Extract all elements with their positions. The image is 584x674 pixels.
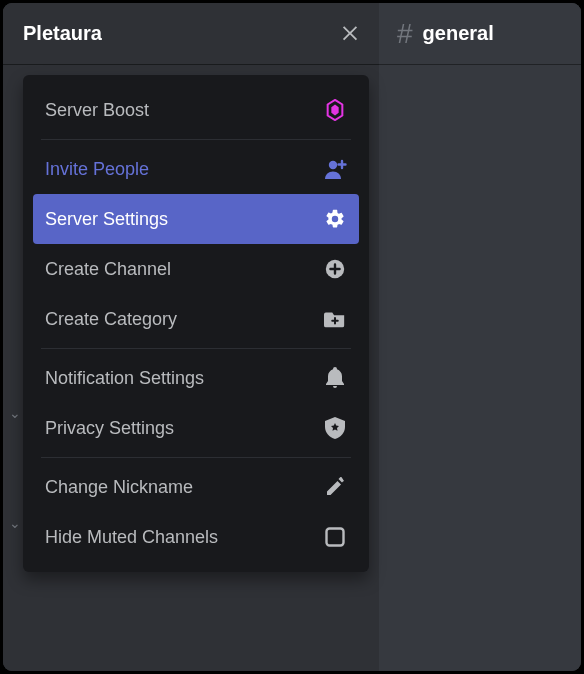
chevron-down-icon[interactable]: ⌄ xyxy=(9,405,21,421)
pencil-icon xyxy=(323,475,347,499)
menu-label: Invite People xyxy=(45,159,149,180)
chevron-down-icon[interactable]: ⌄ xyxy=(9,515,21,531)
menu-label: Change Nickname xyxy=(45,477,193,498)
hash-icon: # xyxy=(397,18,413,50)
boost-icon xyxy=(323,98,347,122)
body-area: ⌄ ⌄ Server Boost Invite People xyxy=(3,65,581,671)
channel-header: # general xyxy=(379,3,581,64)
menu-item-change-nickname[interactable]: Change Nickname xyxy=(33,462,359,512)
menu-item-create-channel[interactable]: Create Channel xyxy=(33,244,359,294)
gear-icon xyxy=(323,207,347,231)
channel-name: general xyxy=(423,22,494,45)
menu-label: Notification Settings xyxy=(45,368,204,389)
server-header[interactable]: Pletaura xyxy=(3,3,379,64)
menu-item-server-settings[interactable]: Server Settings xyxy=(33,194,359,244)
menu-divider xyxy=(41,348,351,349)
server-name: Pletaura xyxy=(23,22,102,45)
menu-label: Create Channel xyxy=(45,259,171,280)
sidebar: ⌄ ⌄ Server Boost Invite People xyxy=(3,65,379,671)
close-icon[interactable] xyxy=(339,21,361,47)
folder-plus-icon xyxy=(323,307,347,331)
menu-divider xyxy=(41,139,351,140)
menu-item-notification-settings[interactable]: Notification Settings xyxy=(33,353,359,403)
menu-item-invite-people[interactable]: Invite People xyxy=(33,144,359,194)
menu-divider xyxy=(41,457,351,458)
menu-item-create-category[interactable]: Create Category xyxy=(33,294,359,344)
menu-item-privacy-settings[interactable]: Privacy Settings xyxy=(33,403,359,453)
chat-area xyxy=(379,65,581,671)
svg-rect-2 xyxy=(327,529,344,546)
checkbox-icon xyxy=(323,525,347,549)
menu-label: Hide Muted Channels xyxy=(45,527,218,548)
invite-people-icon xyxy=(323,157,347,181)
shield-icon xyxy=(323,416,347,440)
svg-point-0 xyxy=(329,161,337,169)
plus-circle-icon xyxy=(323,257,347,281)
menu-item-server-boost[interactable]: Server Boost xyxy=(33,85,359,135)
bell-icon xyxy=(323,366,347,390)
menu-label: Privacy Settings xyxy=(45,418,174,439)
top-bar: Pletaura # general xyxy=(3,3,581,65)
menu-label: Create Category xyxy=(45,309,177,330)
menu-item-hide-muted-channels[interactable]: Hide Muted Channels xyxy=(33,512,359,562)
menu-label: Server Settings xyxy=(45,209,168,230)
app-frame: Pletaura # general ⌄ ⌄ Server Boost xyxy=(0,0,584,674)
server-dropdown-menu: Server Boost Invite People Server Settin… xyxy=(23,75,369,572)
menu-label: Server Boost xyxy=(45,100,149,121)
